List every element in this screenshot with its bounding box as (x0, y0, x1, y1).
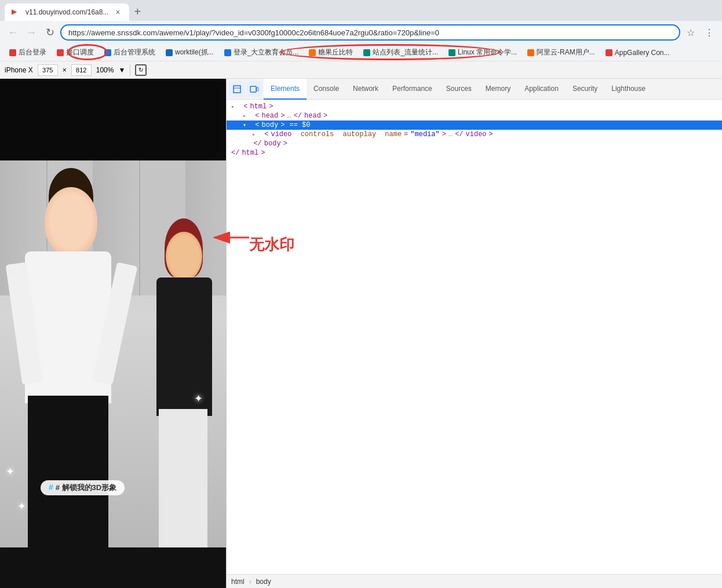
bookmark-item-7[interactable]: 站点列表_流量统计... (359, 46, 443, 59)
bookmark-label-5: 登录_大立教育会员... (234, 48, 299, 57)
device-height-input[interactable] (71, 64, 92, 76)
bookmark-item-10[interactable]: AppGallery Con... (601, 48, 674, 58)
dom-line-html-close: </html> (227, 148, 722, 158)
bookmark-item-3[interactable]: 后台管理系统 (100, 46, 160, 59)
tab-elements[interactable]: Elements (264, 79, 307, 100)
browser-tab[interactable]: ▶ v11.douyinvod.com/16a8... × (5, 3, 129, 21)
bookmark-label-2: 接口调度 (66, 48, 94, 57)
breadcrumb-body[interactable]: body (256, 578, 271, 586)
tab-lighthouse[interactable]: Lighthouse (604, 79, 652, 100)
bookmark-item-4[interactable]: worktile(抓... (161, 46, 218, 59)
person2-pants (159, 409, 207, 547)
bookmark-label-6: 糖果丘比特 (318, 48, 353, 57)
options-button[interactable]: ⋮ (701, 24, 717, 41)
tab-performance[interactable]: Performance (385, 79, 439, 100)
navigation-bar: ← → ↻ ☆ ⋮ (0, 21, 722, 44)
refresh-button[interactable]: ↻ (42, 24, 58, 41)
zoom-label: 100% (96, 66, 114, 74)
address-bar-container (60, 24, 680, 41)
device-width-input[interactable] (38, 64, 58, 76)
video-bottom-black (0, 547, 226, 588)
devtools-dom-tree: ▸ <html> ▸ <head>…</head> ▾ <body> == $0 (227, 100, 722, 574)
bookmark-item-5[interactable]: 登录_大立教育会员... (220, 46, 304, 59)
bookmark-item-8[interactable]: Linux 常用命令学... (444, 46, 522, 59)
bookmark-item-1[interactable]: 后台登录 (5, 46, 51, 59)
bookmark-item-9[interactable]: 阿里云-RAM用户... (523, 46, 600, 59)
bookmark-favicon-2 (57, 49, 64, 56)
person2-face (166, 232, 202, 281)
bookmark-label-8: Linux 常用命令学... (458, 48, 517, 57)
inspect-icon (232, 85, 242, 94)
svg-rect-2 (234, 86, 240, 93)
forward-button[interactable]: → (23, 24, 39, 41)
bookmark-star-button[interactable]: ☆ (683, 24, 699, 41)
tab-console[interactable]: Console (307, 79, 346, 100)
tab-security[interactable]: Security (566, 79, 604, 100)
bookmark-label-3: 后台管理系统 (114, 48, 155, 57)
new-tab-button[interactable]: + (129, 3, 145, 20)
dom-line-video[interactable]: ▸ <video controls autoplay name="media" … (227, 130, 722, 139)
collapse-arrow: ▸ (231, 103, 235, 110)
device-toolbar: iPhone X × 100% ▼ ↻ (0, 61, 722, 79)
device-icon (250, 85, 259, 94)
head-collapse-arrow: ▸ (243, 112, 246, 119)
breadcrumb-separator: › (249, 578, 251, 586)
bookmark-item-2[interactable]: 接口调度 (52, 46, 99, 59)
svg-rect-4 (250, 86, 256, 92)
devtools-tabs: Elements Console Network Performance Sou… (264, 79, 720, 100)
bookmarks-bar: 后台登录 接口调度 后台管理系统 worktile(抓... 登录_大立教育会员… (0, 44, 722, 61)
hashtag-badge: # # 解锁我的3D形象 (41, 480, 125, 495)
tab-title: v11.douyinvod.com/16a8... (25, 8, 108, 16)
bookmark-label-7: 站点列表_流量统计... (373, 48, 438, 57)
tab-favicon: ▶ (12, 8, 21, 17)
main-content: ✦ ✦ ✦ # # 解锁我的3D形象 (0, 79, 722, 588)
bookmark-favicon-3 (104, 49, 111, 56)
breadcrumb-html[interactable]: html (231, 578, 245, 586)
device-name: iPhone X (5, 66, 33, 74)
bookmark-item-6[interactable]: 糖果丘比特 (304, 46, 358, 59)
person2-shirt (156, 277, 212, 415)
devtools-status-bar: html › body (227, 574, 722, 588)
dom-line-html[interactable]: ▸ <html> (227, 102, 722, 111)
options-icon: ⋮ (705, 27, 714, 38)
bookmark-favicon-1 (9, 49, 16, 56)
star-icon: ☆ (687, 27, 695, 38)
back-button[interactable]: ← (5, 24, 21, 41)
dom-line-head[interactable]: ▸ <head>…</head> (227, 111, 722, 120)
dimension-separator: × (63, 66, 67, 74)
bookmark-favicon-10 (606, 49, 612, 56)
dom-line-body[interactable]: ▾ <body> == $0 (227, 120, 722, 130)
devtools-toolbar: Elements Console Network Performance Sou… (227, 79, 722, 100)
address-input[interactable] (60, 24, 680, 41)
tab-application[interactable]: Application (517, 79, 566, 100)
tab-memory[interactable]: Memory (479, 79, 517, 100)
sparkle-1: ✦ (6, 465, 14, 478)
device-toggle-button[interactable] (246, 81, 262, 97)
toggle-orientation-button[interactable]: ↻ (135, 64, 147, 76)
refresh-icon: ↻ (46, 26, 54, 39)
dom-content (237, 103, 241, 111)
hashtag-text: # 解锁我的3D形象 (56, 483, 116, 492)
bookmark-favicon-9 (527, 49, 534, 56)
person1-face (45, 187, 97, 255)
bookmark-favicon-5 (224, 49, 231, 56)
tab-network[interactable]: Network (346, 79, 385, 100)
toolbar-divider (130, 64, 130, 76)
video-top-black (0, 79, 226, 160)
hashtag-symbol: # (49, 483, 56, 492)
person1-pants (28, 396, 108, 547)
tab-close-button[interactable]: × (113, 8, 122, 17)
tab-sources[interactable]: Sources (439, 79, 479, 100)
bookmark-favicon-8 (448, 49, 455, 56)
dom-line-body-close: </body> (227, 139, 722, 148)
inspect-element-button[interactable] (229, 81, 245, 97)
sparkle-2: ✦ (17, 500, 26, 513)
back-icon: ← (8, 27, 18, 39)
bookmark-label-4: worktile(抓... (175, 48, 214, 57)
browser-window: ▶ v11.douyinvod.com/16a8... × + ← → ↻ ☆ … (0, 0, 722, 588)
bookmark-favicon-7 (363, 49, 370, 56)
bookmark-favicon-4 (166, 49, 173, 56)
nav-right-buttons: ☆ ⋮ (683, 24, 717, 41)
bookmark-label-10: AppGallery Con... (615, 49, 670, 57)
video-scene: ✦ ✦ ✦ # # 解锁我的3D形象 (0, 79, 226, 588)
